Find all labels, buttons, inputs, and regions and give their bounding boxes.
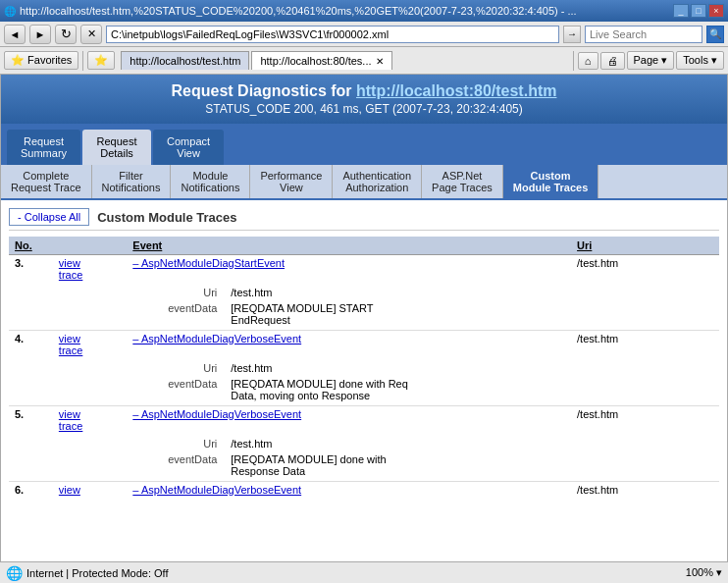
page-button-label: Page ▾ xyxy=(634,54,668,67)
row-6-link[interactable]: view xyxy=(53,482,127,499)
status-zone-text: Internet | Protected Mode: Off xyxy=(26,567,169,579)
home-button[interactable]: ⌂ xyxy=(578,52,598,70)
table-row: 5. viewtrace – AspNetModuleDiagVerboseEv… xyxy=(9,406,719,435)
address-input[interactable] xyxy=(106,26,559,43)
row-6-event-link[interactable]: – AspNetModuleDiagVerboseEvent xyxy=(132,484,301,496)
row-5-uri: /test.htm xyxy=(571,406,719,435)
row-4-event: – AspNetModuleDiagVerboseEvent xyxy=(127,331,571,359)
toolbar-separator-2 xyxy=(573,51,574,71)
detail-label: Uri xyxy=(134,361,223,375)
row-6-uri: /test.htm xyxy=(571,482,719,499)
nav-tab-compact-view[interactable]: Compact View xyxy=(153,130,224,165)
sub-tab-aspnet[interactable]: ASP.Net Page Traces xyxy=(422,165,503,198)
maximize-button[interactable]: □ xyxy=(691,4,706,18)
toolbar: ⭐ Favorites ⭐ http://localhost/test.htm … xyxy=(0,47,728,75)
row-6-event: – AspNetModuleDiagVerboseEvent xyxy=(127,482,571,499)
forward-button[interactable]: ► xyxy=(29,25,51,44)
page-header: Request Diagnostics for http://localhost… xyxy=(1,75,727,124)
row-3-event: – AspNetModuleDiagStartEvent xyxy=(127,255,571,284)
detail-label: Uri xyxy=(134,437,223,450)
table-header-row: No. Event Uri xyxy=(9,237,719,255)
col-header-event-name: Event xyxy=(127,237,571,255)
refresh-button[interactable]: ↻ xyxy=(55,25,77,44)
globe-icon: 🌐 xyxy=(6,565,23,581)
search-input[interactable] xyxy=(585,26,702,43)
zoom-button[interactable]: 100% ▾ xyxy=(686,566,722,579)
sub-tab-filter[interactable]: Filter Notifications xyxy=(92,165,172,198)
row-4-event-link[interactable]: – AspNetModuleDiagVerboseEvent xyxy=(132,333,301,344)
page-button[interactable]: Page ▾ xyxy=(627,51,675,70)
detail-row: eventData [REQDАТА MODULE] done withResp… xyxy=(134,452,711,478)
detail-value-2: [REQDATA MODULE] done with ReqData, movi… xyxy=(225,377,711,402)
row-4-uri: /test.htm xyxy=(571,331,719,359)
favorites-button[interactable]: ⭐ Favorites xyxy=(4,51,78,70)
section-title: Custom Module Traces xyxy=(97,210,236,225)
page-subtitle: STATUS_CODE 200, 461 ms, GET (2007-7-23,… xyxy=(11,102,717,116)
sub-tab-custom[interactable]: Custom Module Traces xyxy=(503,165,598,198)
zoom-label: 100% xyxy=(686,566,713,578)
detail-row: Uri /test.htm xyxy=(134,286,711,299)
detail-row: eventData [REQDATA MODULE] done with Req… xyxy=(134,377,711,402)
detail-row: Uri /test.htm xyxy=(134,361,711,375)
row-4-link[interactable]: viewtrace xyxy=(53,331,127,359)
col-header-event xyxy=(53,237,127,255)
content-area: - Collapse All Custom Module Traces No. … xyxy=(1,200,727,505)
trace-table: No. Event Uri 3. viewtrace – AspNetModul… xyxy=(9,237,719,498)
nav-tabs: Request Summary Request Details Compact … xyxy=(1,124,727,165)
stop-button[interactable]: ✕ xyxy=(80,25,102,44)
tools-button[interactable]: Tools ▾ xyxy=(676,51,724,70)
address-bar: ◄ ► ↻ ✕ → 🔍 xyxy=(0,22,728,47)
minimize-button[interactable]: _ xyxy=(673,4,689,18)
status-bar: 🌐 Internet | Protected Mode: Off 100% ▾ xyxy=(0,561,728,583)
detail-label-2: eventData xyxy=(134,377,223,402)
tab-1-label: http://localhost/test.htm xyxy=(130,55,240,67)
row-6-num: 6. xyxy=(9,482,53,499)
table-detail-row: Uri /test.htm eventData [REQDАТА MODULE]… xyxy=(9,434,719,482)
go-button[interactable]: → xyxy=(563,26,581,43)
title-bar: 🌐 http://localhost/test.htm,%20STATUS_CO… xyxy=(0,0,728,22)
collapse-all-button[interactable]: - Collapse All xyxy=(9,208,89,226)
search-button[interactable]: 🔍 xyxy=(706,26,724,43)
detail-label-2: eventData xyxy=(134,452,223,478)
sub-tab-module[interactable]: Module Notifications xyxy=(171,165,250,198)
add-favorites-button[interactable]: ⭐ xyxy=(87,51,115,70)
nav-tab-request-details[interactable]: Request Details xyxy=(82,130,151,165)
detail-row: Uri /test.htm xyxy=(134,437,711,450)
status-right: 100% ▾ xyxy=(686,566,722,579)
col-header-no: No. xyxy=(9,237,53,255)
sub-tab-performance[interactable]: Performance View xyxy=(250,165,333,198)
row-3-event-link[interactable]: – AspNetModuleDiagStartEvent xyxy=(132,257,285,269)
tab-2-label: http://localhost:80/tes... xyxy=(260,55,371,67)
page-title: Request Diagnostics for http://localhost… xyxy=(11,82,717,100)
page-title-text: Request Diagnostics for xyxy=(172,82,356,99)
detail-value: /test.htm xyxy=(225,361,711,375)
main-content: Request Diagnostics for http://localhost… xyxy=(0,75,728,561)
sub-tabs: Complete Request Trace Filter Notificati… xyxy=(1,165,727,200)
toolbar-separator xyxy=(82,51,83,71)
detail-row: eventData [REQDATA MODULE] STARTEndReque… xyxy=(134,301,711,327)
table-detail-row: Uri /test.htm eventData [REQDATA MODULE]… xyxy=(9,283,719,331)
row-5-num: 5. xyxy=(9,406,53,435)
table-row: 6. view – AspNetModuleDiagVerboseEvent /… xyxy=(9,482,719,499)
sub-tab-complete[interactable]: Complete Request Trace xyxy=(1,165,92,198)
row-5-link[interactable]: viewtrace xyxy=(53,406,127,435)
page-title-link[interactable]: http://localhost:80/test.htm xyxy=(356,82,556,99)
tab-2[interactable]: http://localhost:80/tes... ✕ xyxy=(251,51,391,70)
sub-tab-auth[interactable]: Authentication Authorization xyxy=(333,165,422,198)
collapse-bar: - Collapse All Custom Module Traces xyxy=(9,208,719,231)
status-left: 🌐 Internet | Protected Mode: Off xyxy=(6,565,169,581)
row-5-event-link[interactable]: – AspNetModuleDiagVerboseEvent xyxy=(132,408,301,420)
close-button[interactable]: × xyxy=(708,4,724,18)
row-4-num: 4. xyxy=(9,331,53,359)
back-button[interactable]: ◄ xyxy=(4,25,26,44)
table-detail-row: Uri /test.htm eventData [REQDATA MODULE]… xyxy=(9,358,719,406)
row-3-link[interactable]: viewtrace xyxy=(53,255,127,284)
tab-1[interactable]: http://localhost/test.htm xyxy=(121,51,249,70)
print-button[interactable]: 🖨 xyxy=(600,52,625,70)
nav-tab-request-summary[interactable]: Request Summary xyxy=(7,130,80,165)
row-3-uri: /test.htm xyxy=(571,255,719,284)
detail-value: /test.htm xyxy=(225,286,711,299)
detail-value-2: [REQDATA MODULE] STARTEndRequest xyxy=(225,301,711,327)
tab-2-close[interactable]: ✕ xyxy=(376,56,384,67)
detail-value-2: [REQDАТА MODULE] done withResponse Data xyxy=(225,452,711,478)
